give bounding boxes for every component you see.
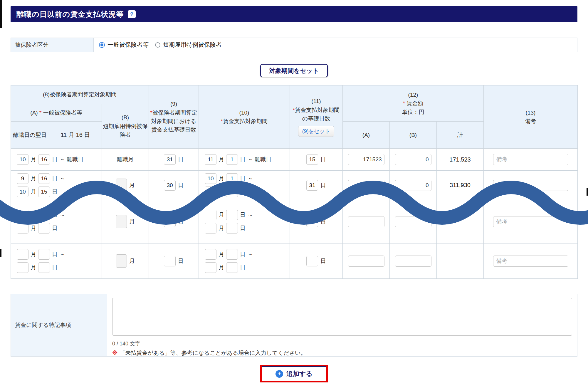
radio-short-term-insured[interactable] bbox=[155, 42, 160, 48]
radio-general-insured[interactable] bbox=[99, 42, 105, 48]
table-row: 月 日 ～ 月 日 月 bbox=[11, 200, 578, 243]
set-from-col9-button[interactable]: (9)をセット bbox=[298, 126, 335, 137]
wage-payment-table: (8)被保険者期間算定対象期間 (9) *被保険者期間算定対象期間における賃金支… bbox=[11, 85, 578, 279]
a-period-end-month-input[interactable] bbox=[17, 262, 28, 273]
range-label: ～ bbox=[248, 175, 253, 182]
wage-amount-a-input[interactable] bbox=[348, 216, 384, 227]
wage-remarks-label: 賃金に関する特記事項 bbox=[11, 294, 107, 356]
pay-period-end-month-input[interactable] bbox=[205, 223, 216, 234]
radio-short-term-insured-label: 短期雇用特例被保険者 bbox=[163, 41, 222, 49]
base-days-input[interactable] bbox=[164, 256, 176, 266]
pay-period-end-month-input[interactable] bbox=[205, 262, 216, 273]
wage-amount-a-input[interactable] bbox=[348, 154, 384, 165]
pay-period-end-day-input[interactable] bbox=[226, 223, 238, 234]
pay-period-month-input[interactable] bbox=[205, 154, 216, 165]
red-highlight-annotation: + 追加する bbox=[260, 365, 328, 382]
pay-period-start-month-input[interactable] bbox=[205, 210, 216, 220]
wage-amount-b-input[interactable] bbox=[395, 180, 431, 191]
day-unit-label: 日 bbox=[240, 211, 246, 219]
a-period-start-month-input[interactable] bbox=[17, 249, 28, 260]
b-leave-month-input[interactable] bbox=[116, 179, 127, 192]
month-unit-label: 月 bbox=[219, 156, 224, 163]
remarks-input[interactable] bbox=[493, 154, 568, 165]
a-period-end-day-input[interactable] bbox=[38, 262, 50, 273]
pay-period-start-day-input[interactable] bbox=[226, 173, 238, 184]
add-row-button[interactable]: + 追加する bbox=[262, 366, 326, 381]
wage-amount-a-input[interactable] bbox=[348, 256, 384, 267]
day-unit-label: 日 bbox=[52, 251, 58, 258]
pay-base-days-input[interactable] bbox=[306, 180, 318, 191]
wage-amount-a-input[interactable] bbox=[348, 180, 384, 191]
month-unit-label: 月 bbox=[31, 175, 36, 182]
month-unit-label: 月 bbox=[129, 218, 135, 226]
leave-month-label: 離職月 bbox=[117, 156, 134, 162]
help-icon[interactable]: ? bbox=[128, 10, 136, 18]
base-days-input[interactable] bbox=[164, 154, 176, 165]
a-period-end-month-input[interactable] bbox=[17, 187, 28, 197]
base-days-input[interactable] bbox=[164, 216, 176, 227]
char-counter: 0 / 140 文字 bbox=[112, 340, 572, 347]
range-to-leave-label: ～ 離職日 bbox=[60, 156, 83, 163]
b-leave-month-input[interactable] bbox=[116, 254, 127, 268]
day-unit-label: 日 bbox=[178, 182, 184, 189]
remarks-input[interactable] bbox=[493, 216, 568, 227]
a-period-end-day-input[interactable] bbox=[38, 187, 50, 197]
insured-type-label: 被保険者区分 bbox=[11, 38, 94, 52]
header-day-after-leaving: 離職日の翌日 bbox=[11, 122, 49, 149]
wage-amount-b-input[interactable] bbox=[395, 256, 431, 267]
pay-period-start-month-input[interactable] bbox=[205, 173, 216, 184]
day-unit-label: 日 bbox=[178, 156, 184, 163]
remarks-input[interactable] bbox=[493, 256, 568, 267]
b-leave-month-input[interactable] bbox=[116, 215, 127, 228]
range-label: ～ bbox=[60, 251, 65, 258]
wage-amount-b-input[interactable] bbox=[395, 216, 431, 227]
pay-period-start-month-input[interactable] bbox=[205, 249, 216, 260]
pay-base-days-input[interactable] bbox=[306, 154, 318, 165]
remarks-note: ※「未払賃金がある」等、参考になることがある場合に入力してください。 bbox=[112, 349, 572, 357]
header-col8b: (B) 短期雇用特例被保険者 bbox=[102, 104, 149, 149]
a-period-start-month-input[interactable] bbox=[17, 173, 28, 184]
a-period-end-month-input[interactable] bbox=[17, 223, 28, 234]
pay-base-days-input[interactable] bbox=[306, 256, 318, 266]
header-col12-total: 計 bbox=[437, 122, 484, 149]
header-col12-b: (B) bbox=[390, 122, 437, 149]
a-period-start-day-input[interactable] bbox=[38, 210, 50, 220]
wage-remarks-textarea[interactable] bbox=[112, 298, 572, 336]
a-period-start-month-input[interactable] bbox=[17, 210, 28, 220]
month-unit-label: 月 bbox=[31, 224, 36, 232]
plus-circle-icon: + bbox=[275, 370, 283, 378]
wage-total-value: 171,523 bbox=[449, 156, 471, 163]
note-asterisk: ※ bbox=[112, 350, 117, 356]
month-unit-label: 月 bbox=[31, 188, 36, 196]
table-row: 月 日 ～ 月 日 月 bbox=[11, 171, 578, 200]
a-period-start-day-input[interactable] bbox=[38, 173, 50, 184]
a-period-start-day-input[interactable] bbox=[38, 249, 50, 260]
pay-period-end-month-input[interactable] bbox=[205, 187, 216, 197]
radio-general-insured-label: 一般被保険者等 bbox=[107, 41, 149, 49]
pay-period-start-day-input[interactable] bbox=[226, 210, 238, 220]
pay-period-start-day-input[interactable] bbox=[226, 249, 238, 260]
wage-remarks-section: 賃金に関する特記事項 0 / 140 文字 ※「未払賃金がある」等、参考になるこ… bbox=[11, 294, 577, 357]
a-period-day-input[interactable] bbox=[38, 154, 50, 165]
month-unit-label: 月 bbox=[219, 175, 224, 182]
month-unit-label: 月 bbox=[31, 156, 36, 163]
screen-edge-artifact bbox=[0, 0, 2, 28]
page-title: 離職の日以前の賃金支払状況等 bbox=[16, 9, 124, 19]
header-col9: (9) *被保険者期間算定対象期間における賃金支払基礎日数 bbox=[149, 85, 199, 149]
a-period-month-input[interactable] bbox=[17, 154, 28, 165]
pay-period-day-input[interactable] bbox=[226, 154, 238, 165]
day-unit-label: 日 bbox=[320, 257, 326, 265]
insured-type-options: 一般被保険者等 短期雇用特例被保険者 bbox=[94, 38, 577, 52]
pay-base-days-input[interactable] bbox=[306, 216, 318, 227]
pay-period-end-day-input[interactable] bbox=[226, 262, 238, 273]
pay-period-end-day-input[interactable] bbox=[226, 187, 238, 197]
day-unit-label: 日 bbox=[240, 224, 246, 232]
set-target-period-button[interactable]: 対象期間をセット bbox=[260, 64, 328, 77]
base-days-input[interactable] bbox=[164, 180, 176, 191]
day-after-leaving-date: 11 月 16 日 bbox=[49, 122, 102, 149]
remarks-input[interactable] bbox=[493, 180, 568, 191]
insured-type-row: 被保険者区分 一般被保険者等 短期雇用特例被保険者 bbox=[11, 38, 577, 52]
header-col8a: (A) * 一般被保険者等 bbox=[11, 104, 102, 122]
wage-amount-b-input[interactable] bbox=[395, 154, 431, 165]
a-period-end-day-input[interactable] bbox=[38, 223, 50, 234]
